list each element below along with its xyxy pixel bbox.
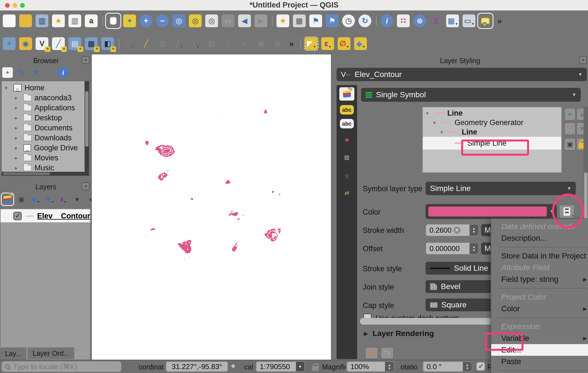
clear-icon[interactable]: ✕ (453, 227, 461, 234)
offset-input[interactable]: 0.000000 ▲▼ (426, 242, 479, 255)
add-group-button[interactable]: ▣ (16, 194, 27, 205)
dropdown-arrow-icon[interactable]: ▾ (314, 44, 316, 49)
extents-icon[interactable]: ⌖ (231, 361, 236, 371)
manage-visibility-button[interactable]: ◉▾ (30, 194, 41, 205)
new-mesh-layer-button[interactable]: ◧ (101, 37, 114, 50)
expander-icon[interactable]: ▾ (433, 120, 438, 125)
browser-properties-button[interactable]: i (58, 67, 68, 78)
refresh-map-button[interactable]: ↻ (359, 14, 371, 27)
render-checkbox[interactable] (476, 362, 485, 371)
dropdown-arrow-icon[interactable]: ▾ (456, 22, 458, 26)
remove-symbol-layer-button[interactable]: ▬ (564, 122, 576, 135)
locator-bar[interactable] (2, 361, 121, 372)
expander-icon[interactable]: ▸ (15, 165, 21, 171)
menu-item-color[interactable]: Color▶ (491, 303, 588, 315)
symbol-node-line[interactable]: ▾Line (423, 108, 561, 118)
filter-expression-button[interactable]: ε▾ (58, 194, 68, 205)
new-3d-map-view-button[interactable]: ▦ (293, 14, 306, 27)
menu-item-description[interactable]: Description... (491, 232, 588, 244)
new-print-layout-button[interactable]: ★ (52, 14, 65, 27)
stepper-icon[interactable]: ▲▼ (385, 362, 394, 371)
new-map-view-button[interactable]: ★ (276, 14, 289, 27)
zoom-full-button[interactable]: ◎ (172, 14, 185, 27)
menu-item-store-data-in-project[interactable]: Store Data in the Project (491, 250, 588, 262)
zoom-to-layer-button[interactable]: ◎ (205, 14, 218, 27)
layer-visibility-checkbox[interactable] (13, 212, 22, 220)
vertex-tool-button[interactable]: ╳▾ (189, 37, 202, 50)
browser-vertical-scrollbar[interactable] (85, 81, 89, 176)
add-vector-layer-button[interactable]: ◉ (19, 37, 32, 50)
dropdown-arrow-icon[interactable]: ▾ (52, 200, 54, 204)
undo-style-button[interactable]: ↶ (365, 347, 378, 359)
pan-map-button[interactable] (107, 14, 120, 27)
dropdown-arrow-icon[interactable]: ▾ (472, 22, 474, 26)
menu-item-variable[interactable]: Variable▶ (491, 332, 588, 344)
stroke-width-input[interactable]: 0.2600 ✕ ▲▼ (426, 224, 479, 236)
attribute-table-button[interactable]: ▦▾ (446, 14, 459, 27)
pan-to-selection-button[interactable]: + (123, 14, 136, 27)
browser-add-layer-button[interactable]: + (2, 67, 13, 78)
tab-3d-view[interactable]: ◆ (339, 133, 354, 146)
expander-icon[interactable]: ▸ (15, 145, 21, 151)
current-edits-button[interactable]: ╱▾ (123, 37, 136, 50)
expander-icon[interactable]: ▸ (15, 135, 21, 141)
symbol-layer-type-select[interactable]: Simple Line ▼ (426, 182, 576, 195)
new-geopackage-button[interactable]: ╱ (52, 37, 65, 50)
dropdown-arrow-icon[interactable]: ▾ (38, 200, 39, 204)
layers-close-icon[interactable]: × (82, 182, 90, 190)
expander-icon[interactable]: ▾ (441, 130, 446, 135)
zoom-out-button[interactable]: − (156, 14, 169, 27)
tab-labels[interactable]: abc (340, 105, 354, 115)
statistical-summary-button[interactable]: Σ (430, 14, 443, 27)
tab-masks[interactable]: abc (340, 119, 354, 128)
dropdown-arrow-icon[interactable]: ▾ (181, 44, 182, 49)
digitize-button[interactable]: ╱▾ (172, 37, 185, 50)
expander-icon[interactable]: ▾ (426, 111, 431, 116)
tab-symbology[interactable] (339, 87, 354, 101)
redo-style-button[interactable]: ↷ (381, 347, 394, 359)
tree-item-movies[interactable]: ▸Movies (2, 153, 89, 163)
new-spatialite-button[interactable]: ▤ (68, 37, 81, 50)
magnifier-input[interactable]: 100% ▲▼ (347, 361, 394, 372)
expander-icon[interactable]: ▸ (15, 95, 21, 101)
coordinate-input[interactable]: 31.227°,-95.83° (166, 361, 228, 372)
tab-layers[interactable]: Lay... (0, 347, 27, 360)
new-project-button[interactable] (3, 14, 16, 27)
scale-select[interactable]: 1:790550 ▼ (256, 361, 305, 372)
temporal-controller-button[interactable]: ◷ (342, 14, 355, 27)
zoom-window-button[interactable] (20, 3, 25, 8)
style-manager-button[interactable]: a (85, 14, 98, 27)
select-by-expression-button[interactable]: ε▾ (321, 37, 334, 50)
layer-item-elev-contour[interactable]: Elev__Contour (1, 210, 90, 222)
zoom-to-selection-button[interactable]: ◎ (189, 14, 202, 27)
close-window-button[interactable] (5, 3, 10, 8)
layer-styling-close-icon[interactable]: × (579, 56, 587, 64)
select-features-button[interactable]: ◤▾ (305, 37, 318, 50)
add-symbol-layer-button[interactable]: + (564, 108, 576, 121)
browser-filter-button[interactable]: ▼ (30, 67, 41, 78)
tab-layer-order[interactable]: Layer Ord... (27, 347, 75, 360)
zoom-last-button[interactable]: ◀ (238, 14, 251, 27)
tree-item-home[interactable]: ▾Home (2, 83, 89, 93)
filter-legend-button[interactable]: ▼▾ (44, 194, 55, 205)
datasource-manager-button[interactable]: + (3, 37, 16, 50)
map-canvas[interactable] (92, 54, 331, 360)
browser-close-icon[interactable]: × (82, 56, 90, 64)
tab-history[interactable]: ⇄ (339, 186, 354, 200)
tree-item-google-drive[interactable]: ▸Google Drive (2, 143, 89, 153)
dropdown-arrow-icon[interactable]: ▾ (64, 200, 66, 204)
tree-item-anaconda3[interactable]: ▸anaconda3 (2, 93, 89, 103)
tree-item-documents[interactable]: ▸Documents (2, 123, 89, 133)
dropdown-arrow-icon[interactable]: ▾ (363, 44, 365, 49)
delete-selected-button[interactable]: ▯ (222, 37, 234, 50)
tree-item-applications[interactable]: ▸Applications (2, 103, 89, 113)
menu-item-edit[interactable]: Edit... (491, 344, 588, 356)
new-spatial-bookmark-button[interactable]: ⚑ (309, 14, 322, 27)
toggle-editing-button[interactable]: ╱ (140, 37, 152, 50)
toolbar-edit-overflow-button[interactable]: » (287, 37, 296, 50)
minimize-window-button[interactable] (13, 3, 17, 8)
toolbar-main-overflow-button[interactable]: » (495, 14, 504, 27)
color-picker[interactable]: ▼ (426, 204, 557, 219)
dropdown-arrow-icon[interactable]: ▾ (347, 44, 349, 49)
tab-diagrams[interactable]: ▨ (339, 151, 354, 164)
